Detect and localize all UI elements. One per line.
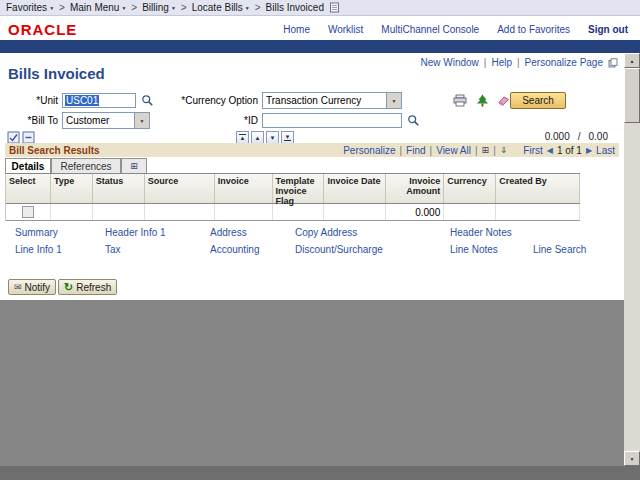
view-all-link[interactable]: View All xyxy=(436,145,471,156)
pager-first[interactable]: First xyxy=(523,145,542,156)
link-separator: | xyxy=(484,57,487,68)
total-amount-1: 0.000 xyxy=(545,131,570,142)
tab-references-label: References xyxy=(60,161,111,172)
scrollbar-down-icon: ▼ xyxy=(630,456,635,462)
app-header: ORACLE Home Worklist MultiChannel Consol… xyxy=(0,16,640,40)
link-copy-address[interactable]: Copy Address xyxy=(295,227,357,238)
tab-references[interactable]: References xyxy=(51,158,121,173)
page-title: Bills Invoiced xyxy=(8,65,105,82)
combo-arrow-icon[interactable]: ▼ xyxy=(134,113,149,128)
total-amount-2: 0.00 xyxy=(589,131,608,142)
pager-prev-icon[interactable]: ◀ xyxy=(547,146,553,155)
link-new-window[interactable]: New Window xyxy=(420,57,478,68)
link-line-notes[interactable]: Line Notes xyxy=(450,244,498,255)
tree-icon[interactable] xyxy=(474,93,490,108)
column-header-invoice: Invoice xyxy=(215,174,273,203)
control-separator: | xyxy=(430,145,433,156)
scrollbar-up-button[interactable]: ▲ xyxy=(624,53,640,68)
copy-url-icon[interactable] xyxy=(608,58,618,68)
vertical-scrollbar[interactable]: ▲ ▼ xyxy=(624,53,640,466)
totals-separator: / xyxy=(578,131,581,142)
combo-arrow-icon[interactable]: ▼ xyxy=(386,93,401,108)
nav-link-worklist[interactable]: Worklist xyxy=(328,24,363,35)
personalize-link[interactable]: Personalize xyxy=(343,145,395,156)
link-discount-surcharge[interactable]: Discount/Surcharge xyxy=(295,244,383,255)
notify-label: Notify xyxy=(25,282,51,293)
refresh-button[interactable]: ↻ Refresh xyxy=(58,279,117,295)
link-line-search[interactable]: Line Search xyxy=(533,244,586,255)
id-input[interactable] xyxy=(262,113,402,128)
oracle-logo: ORACLE xyxy=(8,21,77,38)
printer-icon[interactable] xyxy=(452,93,468,108)
pager-next-icon[interactable]: ▶ xyxy=(586,146,592,155)
column-header-type: Type xyxy=(51,174,93,203)
refresh-icon: ↻ xyxy=(64,282,73,292)
pager-last[interactable]: Last xyxy=(596,145,615,156)
link-accounting[interactable]: Accounting xyxy=(210,244,259,255)
cell-type xyxy=(51,204,93,220)
breadcrumb-item-locate-bills[interactable]: Locate Bills ▼ xyxy=(192,2,250,13)
column-header-status: Status xyxy=(93,174,145,203)
breadcrumb-item-favorites[interactable]: Favorites ▼ xyxy=(6,2,54,13)
link-summary[interactable]: Summary xyxy=(15,227,58,238)
breadcrumb-item-billing[interactable]: Billing ▼ xyxy=(142,2,176,13)
nav-link-sign-out[interactable]: Sign out xyxy=(588,24,628,35)
scrollbar-thumb[interactable] xyxy=(624,68,640,123)
control-separator: | xyxy=(399,145,402,156)
nav-link-add-to-favorites[interactable]: Add to Favorites xyxy=(497,24,570,35)
notify-icon: ✉ xyxy=(14,282,22,292)
breadcrumb: Favorites ▼ > Main Menu ▼ > Billing ▼ > … xyxy=(0,0,640,16)
grid-view-icon[interactable]: ⊞ xyxy=(482,145,490,155)
unit-label: *Unit xyxy=(10,95,58,107)
breadcrumb-item-main-menu[interactable]: Main Menu ▼ xyxy=(70,2,126,13)
pager-position: 1 of 1 xyxy=(557,145,582,156)
link-personalize-page[interactable]: Personalize Page xyxy=(525,57,603,68)
currency-option-value: Transaction Currency xyxy=(266,95,361,106)
currency-option-select[interactable]: Transaction Currency ▼ xyxy=(262,92,402,109)
bottom-bar xyxy=(0,466,640,480)
link-line-info-1[interactable]: Line Info 1 xyxy=(15,244,62,255)
column-header-source: Source xyxy=(145,174,215,203)
bill-to-select[interactable]: Customer ▼ xyxy=(62,112,150,129)
find-link[interactable]: Find xyxy=(406,145,425,156)
breadcrumb-label: Locate Bills xyxy=(192,2,243,13)
header-nav: Home Worklist MultiChannel Console Add t… xyxy=(283,24,628,35)
chevron-down-icon: ▼ xyxy=(121,5,126,11)
breadcrumb-item-bills-invoiced[interactable]: Bills Invoiced xyxy=(266,2,324,13)
link-header-info-1[interactable]: Header Info 1 xyxy=(105,227,166,238)
tab-details-label: Details xyxy=(12,161,45,172)
eraser-icon[interactable] xyxy=(495,93,511,108)
nav-link-multichannel-console[interactable]: MultiChannel Console xyxy=(381,24,479,35)
bill-to-label: *Bill To xyxy=(10,115,58,127)
cell-invoice-date xyxy=(324,204,386,220)
nav-link-home[interactable]: Home xyxy=(283,24,310,35)
link-address[interactable]: Address xyxy=(210,227,247,238)
unit-input[interactable]: USC01 xyxy=(62,93,136,108)
cell-invoice xyxy=(215,204,273,220)
cell-currency xyxy=(444,204,496,220)
id-lookup-icon[interactable] xyxy=(405,113,421,128)
row-checkbox[interactable] xyxy=(22,206,34,218)
tab-details[interactable]: Details xyxy=(5,158,51,173)
results-controls: Personalize | Find | View All | ⊞ | ⇓ Fi… xyxy=(343,145,615,156)
results-header: Bill Search Results Personalize | Find |… xyxy=(5,143,619,157)
breadcrumb-page-icon[interactable] xyxy=(329,2,340,13)
breadcrumb-separator: > xyxy=(181,2,187,13)
scrollbar-down-button[interactable]: ▼ xyxy=(624,451,640,466)
link-tax[interactable]: Tax xyxy=(105,244,121,255)
notify-button[interactable]: ✉ Notify xyxy=(8,279,56,295)
bill-to-value: Customer xyxy=(66,115,109,126)
search-button[interactable]: Search xyxy=(510,92,566,109)
link-header-notes[interactable]: Header Notes xyxy=(450,227,512,238)
header-band xyxy=(0,40,640,53)
show-all-columns-tab[interactable]: ⊞ xyxy=(121,158,147,173)
cell-invoice-amount: 0.000 xyxy=(386,204,444,220)
cell-template-invoice-flag xyxy=(273,204,325,220)
scrollbar-up-icon: ▲ xyxy=(630,58,635,64)
cell-source xyxy=(145,204,215,220)
download-icon[interactable]: ⇓ xyxy=(500,145,508,155)
control-separator: | xyxy=(475,145,478,156)
grid-totals: 0.000 / 0.00 xyxy=(545,131,608,142)
link-help[interactable]: Help xyxy=(491,57,512,68)
breadcrumb-separator: > xyxy=(255,2,261,13)
